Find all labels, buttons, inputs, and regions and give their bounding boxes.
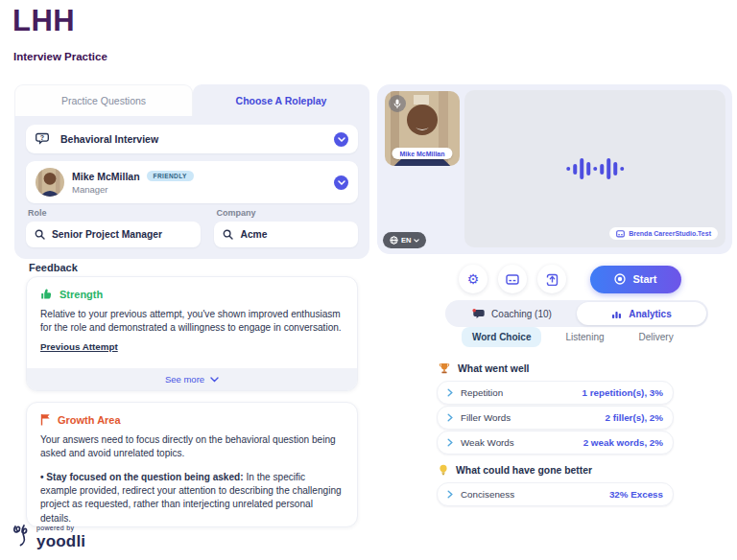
caption-speaker-label: Brenda CareerStudio.Test — [629, 230, 711, 237]
see-more-button[interactable]: See more — [27, 368, 357, 390]
yoodli-wordmark: yoodli — [36, 533, 85, 549]
role-label: Role — [28, 208, 201, 218]
growth-title: Growth Area — [58, 414, 121, 426]
metric-label: Weak Words — [461, 437, 514, 448]
record-icon — [614, 273, 626, 285]
left-tabbar: Practice Questions Choose A Roleplay — [14, 84, 369, 116]
bar-chart-icon — [611, 309, 622, 319]
metric-row-repetition[interactable]: Repetition 1 repetition(s), 3% — [437, 381, 674, 405]
ai-speaker-stage: Brenda CareerStudio.Test — [464, 90, 725, 247]
subtab-word-choice[interactable]: Word Choice — [462, 327, 541, 347]
powered-by-yoodli: powered by yoodli — [12, 523, 85, 549]
company-label: Company — [216, 208, 358, 218]
tab-practice-questions[interactable]: Practice Questions — [14, 84, 193, 116]
went-well-title: What went well — [458, 363, 529, 374]
captions-icon — [506, 274, 519, 285]
metric-row-weak-words[interactable]: Weak Words 2 weak words, 2% — [437, 431, 674, 455]
video-panel: Brenda CareerStudio.Test Mike McMillan E… — [377, 84, 732, 254]
tab-coaching[interactable]: Coaching (10) — [447, 302, 577, 325]
chevron-right-icon — [447, 413, 453, 422]
role-company-fields: Role Senior Project Manager Company Acme — [26, 208, 358, 247]
metric-value: 2 filler(s), 2% — [606, 412, 663, 423]
chevron-down-icon — [210, 377, 219, 383]
persona-select[interactable]: Mike McMillan FRIENDLY Manager — [26, 161, 358, 203]
strength-body: Relative to your previous attempt, you'v… — [40, 308, 344, 336]
language-selector[interactable]: EN — [383, 232, 426, 248]
search-icon — [223, 229, 233, 240]
language-label: EN — [401, 236, 411, 245]
chevron-right-icon — [447, 490, 453, 499]
search-icon — [35, 229, 45, 240]
captions-icon — [616, 230, 625, 238]
start-label: Start — [632, 273, 656, 285]
role-value: Senior Project Manager — [52, 229, 162, 240]
metric-value: 1 repetition(s), 3% — [582, 387, 663, 398]
mic-icon[interactable] — [389, 95, 406, 112]
role-input[interactable]: Senior Project Manager — [26, 222, 201, 247]
growth-area-card: Growth Area Your answers need to focus d… — [26, 402, 358, 527]
subtab-listening[interactable]: Listening — [555, 327, 614, 347]
growth-bullet: • Stay focused on the question being ask… — [40, 471, 344, 525]
lightbulb-icon — [439, 464, 448, 477]
scenario-select[interactable]: ? Behavioral Interview — [26, 125, 358, 153]
roleplay-setup-panel: ? Behavioral Interview Mike McMillan FRI… — [14, 116, 369, 259]
globe-icon — [390, 236, 398, 245]
chevron-right-icon — [447, 388, 453, 397]
tab-analytics[interactable]: Analytics — [577, 302, 706, 325]
scenario-chevron-down-icon[interactable] — [334, 132, 348, 147]
subtab-delivery[interactable]: Delivery — [629, 327, 684, 347]
caption-speaker-pill[interactable]: Brenda CareerStudio.Test — [609, 227, 718, 240]
feedback-title: Feedback — [29, 262, 78, 273]
share-button[interactable] — [537, 265, 566, 293]
roleplay-chat-icon: ? — [36, 132, 53, 146]
svg-text:?: ? — [40, 134, 44, 141]
chevron-down-icon — [414, 239, 419, 243]
captions-button[interactable] — [498, 265, 527, 293]
thumbs-up-icon — [40, 288, 53, 300]
participant-name-pill: Mike McMillan — [392, 148, 452, 159]
feedback-tabbar: Coaching (10) Analytics — [445, 300, 708, 327]
session-controls: ⚙ Start — [459, 265, 681, 293]
trophy-icon — [439, 362, 450, 375]
scenario-label: Behavioral Interview — [60, 133, 158, 145]
metric-label: Repetition — [461, 387, 503, 398]
yoodli-logo-icon — [12, 523, 32, 549]
coaching-chat-icon — [472, 309, 485, 319]
gear-icon: ⚙ — [467, 272, 480, 286]
chevron-right-icon — [447, 438, 453, 447]
metric-value: 2 weak words, 2% — [583, 437, 663, 448]
persona-chevron-down-icon[interactable] — [334, 175, 348, 190]
powered-by-label: powered by — [36, 525, 85, 531]
metric-label: Filler Words — [461, 412, 511, 423]
persona-avatar — [36, 168, 64, 197]
user-video-thumbnail: Mike McMillan — [385, 91, 460, 166]
see-more-label: See more — [165, 374, 204, 385]
page-title: Interview Practice — [13, 51, 107, 62]
went-well-header: What went well — [439, 362, 529, 375]
persona-subtitle: Manager — [72, 184, 194, 195]
lhh-logo: LHH — [12, 4, 75, 38]
growth-body: Your answers need to focus directly on t… — [40, 433, 344, 461]
company-value: Acme — [240, 229, 267, 240]
previous-attempt-link[interactable]: Previous Attempt — [40, 341, 118, 352]
analytics-subtabs: Word Choice Listening Delivery — [462, 327, 684, 347]
persona-name: Mike McMillan — [72, 171, 140, 182]
strength-card: Strength Relative to your previous attem… — [26, 276, 358, 391]
gone-better-header: What could have gone better — [439, 464, 592, 477]
metric-row-conciseness[interactable]: Conciseness 32% Excess — [437, 482, 674, 506]
tab-choose-roleplay[interactable]: Choose A Roleplay — [193, 84, 369, 116]
friendly-badge: FRIENDLY — [147, 171, 194, 181]
analytics-label: Analytics — [629, 309, 671, 319]
coaching-label: Coaching (10) — [491, 309, 552, 319]
flag-icon — [40, 413, 51, 426]
audio-waveform-icon — [566, 158, 624, 179]
company-input[interactable]: Acme — [214, 222, 358, 247]
strength-title: Strength — [59, 289, 103, 300]
metric-value: 32% Excess — [609, 489, 663, 500]
metric-row-filler-words[interactable]: Filler Words 2 filler(s), 2% — [437, 406, 674, 430]
settings-button[interactable]: ⚙ — [459, 265, 487, 293]
gone-better-title: What could have gone better — [456, 465, 592, 476]
share-upload-icon — [546, 273, 559, 286]
metric-label: Conciseness — [461, 489, 514, 500]
start-button[interactable]: Start — [590, 266, 681, 293]
